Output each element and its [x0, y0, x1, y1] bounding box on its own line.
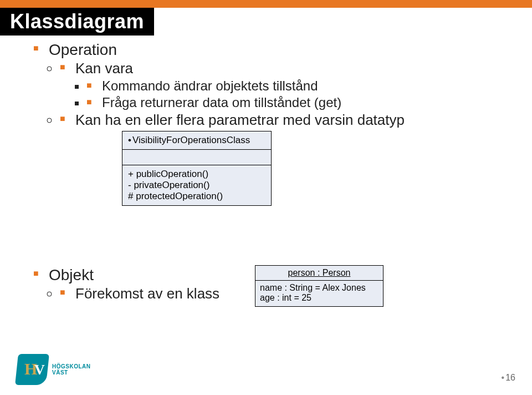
uml-op2: - privateOperation() — [128, 180, 265, 191]
uml-obj-attr2: age : int = 25 — [260, 293, 378, 303]
bullet-l1-text: Operation — [49, 41, 117, 58]
objekt-sub-text: Förekomst av en klass — [75, 285, 219, 302]
bullet-l2b: Kan ha en eller flera parametrar med var… — [60, 112, 510, 129]
accent-stripe — [0, 0, 532, 8]
content-area: Operation Kan vara Kommando ändrar objek… — [33, 41, 510, 130]
footer-logo: H V HÖGSKOLAN VÄST — [17, 354, 91, 385]
uml-operations: + publicOperation() - privateOperation()… — [122, 165, 271, 205]
uml-op3: # protectedOperation() — [128, 191, 265, 202]
logo-line2: VÄST — [52, 369, 91, 376]
uml-object-box: person : Person name : String = Alex Jon… — [255, 265, 383, 307]
bullet-l2b-text: Kan ha en eller flera parametrar med var… — [75, 112, 405, 128]
bullet-l3a-text: Kommando ändrar objektets tillstånd — [102, 78, 318, 93]
page-title: Klassdiagram — [10, 10, 144, 33]
logo-icon: H V — [17, 354, 48, 385]
bullet-l2a-text: Kan vara — [75, 60, 133, 77]
bullet-list: Operation Kan vara Kommando ändrar objek… — [33, 41, 510, 129]
uml-object-attrs: name : String = Alex Jones age : int = 2… — [255, 281, 383, 306]
slide: Klassdiagram Operation Kan vara Kommando… — [0, 0, 532, 395]
objekt-heading-text: Objekt — [49, 266, 94, 283]
objekt-sub: Förekomst av en klass — [60, 285, 219, 302]
bullet-l1: Operation Kan vara Kommando ändrar objek… — [33, 41, 510, 129]
logo-text: HÖGSKOLAN VÄST — [52, 363, 91, 376]
bullet-l2a: Kan vara Kommando ändrar objektets tills… — [60, 60, 510, 110]
bullet-l3a: Kommando ändrar objektets tillstånd — [86, 78, 510, 94]
objekt-heading: Objekt Förekomst av en klass — [33, 266, 219, 302]
logo-line1: HÖGSKOLAN — [52, 363, 91, 369]
bullet-l3b-text: Fråga returnerar data om tillståndet (ge… — [102, 95, 341, 110]
uml-op1: + publicOperation() — [128, 169, 265, 180]
title-bar: Klassdiagram — [0, 8, 154, 36]
page-number-value: 16 — [505, 373, 515, 382]
uml-class-box: VisibilityForOperationsClass + publicOpe… — [122, 131, 272, 206]
uml-object-name: person : Person — [255, 266, 383, 281]
uml-class-name: VisibilityForOperationsClass — [122, 131, 271, 150]
uml-attributes-empty — [122, 150, 271, 165]
objekt-section: Objekt Förekomst av en klass — [33, 266, 219, 303]
page-number: 16 — [502, 373, 515, 383]
uml-obj-attr1: name : String = Alex Jones — [260, 283, 378, 293]
bullet-l3b: Fråga returnerar data om tillståndet (ge… — [86, 95, 510, 110]
